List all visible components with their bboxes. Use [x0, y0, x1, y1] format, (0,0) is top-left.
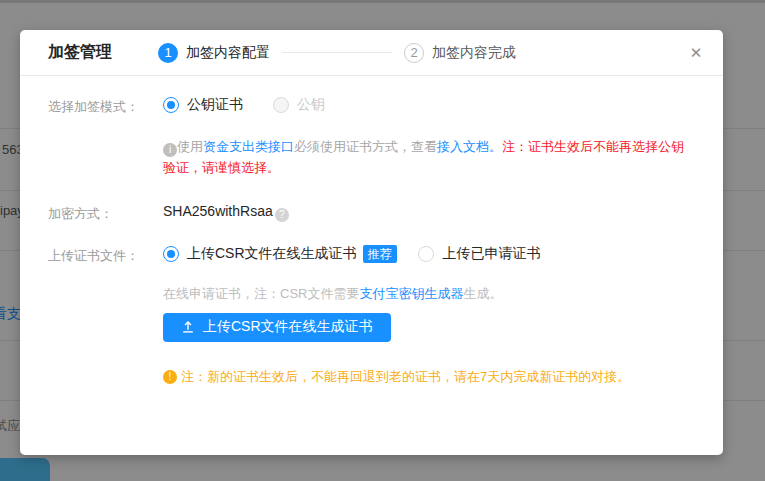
page: 563 ipay 看支 试应 加签管理 1 加签内容配置 2 加签内容完成 ✕ [0, 0, 765, 481]
radio-upload-applied[interactable]: 上传已申请证书 [418, 245, 540, 263]
encrypt-method-value: SHA256withRsaa [163, 203, 273, 219]
step-2: 2 加签内容完成 [404, 43, 516, 63]
csr-note-suffix: 生成。 [463, 286, 502, 301]
modal-body: 选择加签模式： 公钥证书 公钥 i使用资金支出类接口必须使用证书方式，查看接 [20, 76, 723, 386]
upload-button-row: 上传CSR文件在线生成证书 [48, 313, 695, 342]
encrypt-method-value-wrap: SHA256withRsaa? [163, 203, 695, 223]
csr-note-prefix: 在线申请证书，注：CSR文件需要 [163, 286, 359, 301]
radio-selected-icon[interactable] [163, 246, 179, 262]
step-1-label: 加签内容配置 [186, 44, 270, 62]
help-question-icon[interactable]: ? [275, 208, 289, 222]
upload-cert-label: 上传证书文件： [48, 245, 163, 265]
steps-indicator: 1 加签内容配置 2 加签内容完成 [158, 43, 516, 63]
step-2-circle: 2 [404, 43, 424, 63]
step-1: 1 加签内容配置 [158, 43, 270, 63]
mode-note: i使用资金支出类接口必须使用证书方式，查看接入文档。注：证书生效后不能再选择公钥… [163, 136, 695, 179]
csr-note-row: 在线申请证书，注：CSR文件需要支付宝密钥生成器生成。 [48, 285, 695, 303]
spacer [48, 136, 163, 179]
warning-circle-icon: ! [163, 370, 177, 384]
upload-cert-options: 上传CSR文件在线生成证书 推荐 上传已申请证书 [163, 245, 695, 265]
sign-mode-options: 公钥证书 公钥 [163, 96, 695, 116]
spacer [48, 368, 163, 386]
step-1-circle: 1 [158, 43, 178, 63]
radio-public-key-cert-label: 公钥证书 [187, 96, 243, 114]
sign-mode-row: 选择加签模式： 公钥证书 公钥 [48, 96, 695, 116]
radio-public-key: 公钥 [273, 96, 325, 114]
csr-note: 在线申请证书，注：CSR文件需要支付宝密钥生成器生成。 [163, 285, 695, 303]
radio-public-key-label: 公钥 [297, 96, 325, 114]
step-2-label: 加签内容完成 [432, 44, 516, 62]
recommended-badge: 推荐 [363, 245, 397, 263]
fund-api-link[interactable]: 资金支出类接口 [203, 139, 294, 154]
upload-icon [181, 320, 195, 334]
spacer [48, 285, 163, 303]
keygen-tool-link[interactable]: 支付宝密钥生成器 [359, 286, 463, 301]
mode-note-row: i使用资金支出类接口必须使用证书方式，查看接入文档。注：证书生效后不能再选择公钥… [48, 136, 695, 179]
sign-management-modal: 加签管理 1 加签内容配置 2 加签内容完成 ✕ 选择加签模式： [20, 30, 723, 455]
cert-warning: ! 注：新的证书生效后，不能再回退到老的证书，请在7天内完成新证书的对接。 [163, 368, 695, 386]
access-doc-link[interactable]: 接入文档。 [437, 139, 502, 154]
modal-header: 加签管理 1 加签内容配置 2 加签内容完成 ✕ [20, 30, 723, 76]
step-connector-line [282, 52, 392, 53]
encrypt-method-row: 加密方式： SHA256withRsaa? [48, 203, 695, 223]
sign-mode-label: 选择加签模式： [48, 96, 163, 116]
modal-title: 加签管理 [48, 42, 112, 63]
mode-note-prefix: 使用 [177, 139, 203, 154]
radio-public-key-cert[interactable]: 公钥证书 [163, 96, 243, 114]
encrypt-method-label: 加密方式： [48, 203, 163, 223]
radio-selected-icon[interactable] [163, 97, 179, 113]
radio-unselected-icon[interactable] [418, 246, 434, 262]
radio-disabled-icon [273, 97, 289, 113]
info-circle-icon: i [163, 143, 177, 157]
upload-button-wrap: 上传CSR文件在线生成证书 [163, 313, 695, 342]
close-icon[interactable]: ✕ [685, 42, 707, 64]
upload-csr-button-label: 上传CSR文件在线生成证书 [203, 318, 373, 336]
spacer [48, 313, 163, 342]
mode-note-middle: 必须使用证书方式，查看 [294, 139, 437, 154]
radio-upload-applied-label: 上传已申请证书 [442, 245, 540, 263]
cert-warning-row: ! 注：新的证书生效后，不能再回退到老的证书，请在7天内完成新证书的对接。 [48, 368, 695, 386]
radio-upload-csr-label: 上传CSR文件在线生成证书 [187, 245, 357, 263]
upload-csr-button[interactable]: 上传CSR文件在线生成证书 [163, 313, 391, 342]
cert-warning-text: 注：新的证书生效后，不能再回退到老的证书，请在7天内完成新证书的对接。 [181, 368, 630, 386]
radio-upload-csr[interactable]: 上传CSR文件在线生成证书 推荐 [163, 245, 397, 263]
upload-cert-row: 上传证书文件： 上传CSR文件在线生成证书 推荐 上传已申请证书 [48, 245, 695, 265]
